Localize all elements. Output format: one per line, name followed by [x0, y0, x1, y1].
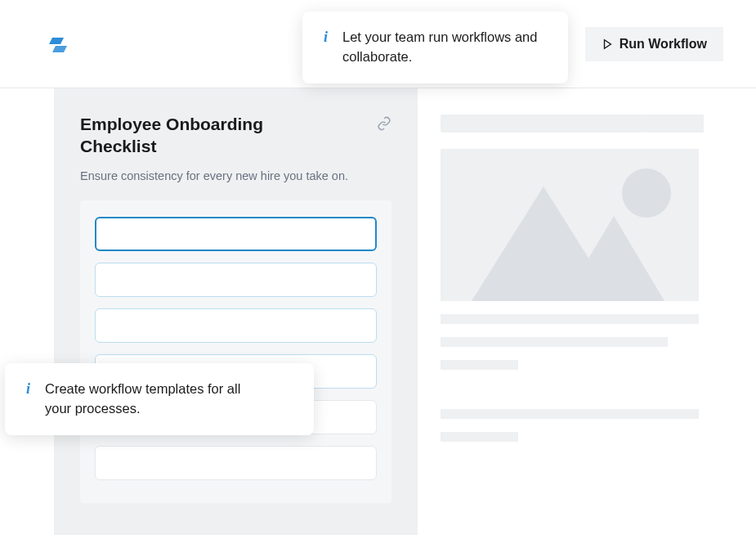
play-icon	[602, 38, 613, 50]
tooltip-text: Let your team run workflows and collabor…	[342, 28, 547, 67]
placeholder-line	[441, 314, 699, 324]
placeholder-title	[441, 115, 645, 133]
checklist-input[interactable]	[95, 308, 377, 343]
mountain-icon	[563, 216, 664, 301]
placeholder-line	[441, 360, 518, 370]
placeholder-image	[441, 149, 699, 301]
link-icon[interactable]	[377, 116, 391, 131]
checklist-input[interactable]	[95, 217, 377, 251]
detail-panel	[418, 88, 756, 535]
info-icon: i	[26, 381, 30, 396]
tooltip-text: Create workflow templates for all your p…	[45, 380, 249, 419]
checklist-input[interactable]	[95, 263, 377, 297]
checklist-sidebar: Employee Onboarding Checklist Ensure con…	[54, 88, 418, 535]
sun-icon	[622, 169, 671, 218]
content-area: Employee Onboarding Checklist Ensure con…	[0, 88, 756, 535]
placeholder-line	[441, 337, 668, 347]
tooltip-templates: i Create workflow templates for all your…	[5, 363, 314, 435]
checklist-input[interactable]	[95, 446, 377, 480]
checklist-field-group	[80, 200, 391, 503]
sidebar-header: Employee Onboarding Checklist	[80, 113, 391, 158]
tooltip-collaborate: i Let your team run workflows and collab…	[302, 11, 568, 83]
checklist-title: Employee Onboarding Checklist	[80, 113, 309, 158]
placeholder-line	[441, 409, 699, 419]
placeholder-line	[441, 432, 518, 442]
brand-logo	[49, 34, 72, 54]
checklist-subtitle: Ensure consistency for every new hire yo…	[80, 169, 391, 182]
run-workflow-label: Run Workflow	[620, 37, 707, 52]
info-icon: i	[324, 29, 328, 44]
run-workflow-button[interactable]: Run Workflow	[585, 27, 723, 61]
